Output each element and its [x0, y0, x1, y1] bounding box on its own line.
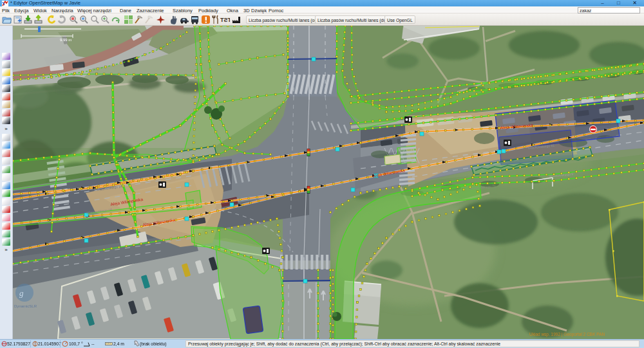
- svg-text:Układ wsp. 1992 | Geoportal 2: Układ wsp. 1992 | Geoportal 2 CBK PAN: [529, 332, 605, 337]
- svg-text:9.99 m: 9.99 m: [60, 38, 71, 42]
- svg-text:g: g: [19, 288, 24, 298]
- svg-text:TƧT: TƧT: [220, 17, 230, 23]
- svg-text:DynamicSLR: DynamicSLR: [14, 304, 37, 308]
